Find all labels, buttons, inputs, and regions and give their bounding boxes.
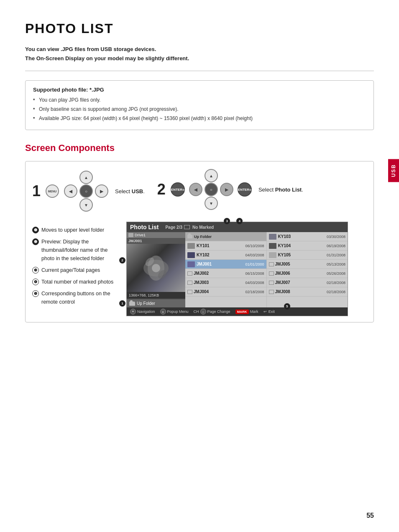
components-list: ❶ Moves to upper level folder ❷ Preview:… — [32, 226, 122, 309]
preview-image — [127, 244, 185, 292]
info-title: Supported photo file: *.JPG — [33, 87, 366, 93]
enter-btn-1[interactable]: ENTER⊙ — [171, 182, 185, 197]
table-row[interactable]: Up Folder — [185, 232, 266, 241]
component-num-4: ❹ — [32, 279, 39, 285]
table-row[interactable]: JMJ007 02/18/2008 — [267, 278, 348, 287]
table-row[interactable]: JMJ002 06/15/2008 — [185, 269, 266, 278]
mark-checkbox — [269, 290, 274, 294]
photo-list-title: Photo List — [130, 224, 159, 230]
photo-list-header: Photo List Page 2/3 No Marked 3 4 — [127, 222, 348, 232]
enter-btn-2[interactable]: ENTER⊙ — [238, 182, 252, 197]
step1-number: 1 — [32, 184, 41, 199]
callout-5: 5 — [284, 303, 290, 309]
mark-checkbox — [187, 271, 192, 276]
step2-number: 2 — [157, 182, 166, 197]
folder-icon-small — [187, 235, 192, 238]
callout-2: 2 — [119, 257, 125, 263]
step1: 1 MENU ▲ ◀ ○ ▶ ▼ — [32, 171, 145, 212]
component-num-2: ❷ — [32, 238, 39, 245]
page-title: PHOTO LIST — [25, 21, 374, 36]
info-box: Supported photo file: *.JPG You can play… — [25, 80, 374, 130]
photo-list-body: Drive1 JMJ001 2 — [127, 232, 348, 307]
table-row[interactable]: JMJ004 02/18/2008 — [185, 287, 266, 297]
mark-checkbox — [187, 281, 192, 285]
component-num-3: ❸ — [32, 267, 39, 274]
file-col-left: Up Folder KY101 06/10/2008 KY102 04/03/2… — [185, 232, 267, 307]
screen-box: 1 MENU ▲ ◀ ○ ▶ ▼ — [25, 161, 374, 322]
step1-label: Select USB. — [115, 188, 145, 194]
file-thumb — [269, 234, 276, 240]
page-info: Page 2/3 No Marked 3 4 — [165, 225, 236, 230]
table-row[interactable]: JMJ003 04/03/2008 — [185, 278, 266, 287]
mark-checkbox — [269, 271, 274, 276]
table-row[interactable]: KY104 06/19/2008 — [267, 241, 348, 251]
table-row[interactable]: KY102 04/03/2008 — [185, 251, 266, 260]
file-thumb — [187, 252, 195, 258]
info-list: You can play JPG files only. Only baseli… — [33, 96, 366, 122]
file-info: 1366×768, 125KB — [127, 292, 185, 299]
up-folder-btn-preview[interactable]: Up Folder — [127, 299, 185, 307]
svg-point-2 — [152, 264, 160, 272]
mark-btn-label: MARK — [235, 309, 249, 314]
step2: 2 ENTER⊙ ▲ ◀ ○ ▶ ▼ ENTER⊙ — [157, 169, 303, 210]
divider — [25, 71, 374, 71]
mark-checkbox — [269, 262, 274, 266]
component-item-5: ❺ Corresponding buttons on the remote co… — [32, 289, 122, 306]
table-row[interactable]: JMJ008 02/18/2008 — [267, 287, 348, 297]
page-change-key: CH ⌂ Page Change — [194, 309, 230, 315]
table-row[interactable]: KY101 06/10/2008 — [185, 241, 266, 251]
table-row[interactable]: KY105 01/31/2008 — [267, 251, 348, 260]
file-thumb — [269, 252, 276, 258]
file-thumb — [187, 243, 195, 249]
file-thumb — [187, 261, 195, 267]
ch-icon: ⌂ — [200, 309, 206, 315]
subtitle: You can view .JPG files from USB storage… — [25, 45, 374, 63]
preview-col: Drive1 JMJ001 2 — [127, 232, 185, 307]
table-row[interactable]: JMJ005 05/13/2008 — [267, 260, 348, 269]
photo-list-ui: Photo List Page 2/3 No Marked 3 4 — [126, 222, 348, 316]
usb-tab: USB — [388, 159, 399, 182]
component-item-4: ❹ Total number of marked photos — [32, 278, 122, 286]
nav-icon: ✦ — [130, 309, 136, 315]
exit-key: ↩ Exit — [263, 309, 275, 314]
folder-icon — [129, 302, 135, 306]
photo-list-footer: ✦ Navigation ⊕ Popup Menu CH ⌂ Page Chan… — [127, 307, 348, 316]
page-number: 55 — [366, 512, 374, 519]
menu-btn[interactable]: MENU — [46, 184, 59, 198]
component-num-1: ❶ — [32, 227, 39, 233]
popup-icon: ⊕ — [160, 309, 166, 315]
component-num-5: ❺ — [32, 290, 39, 297]
drive-icon — [128, 233, 133, 237]
table-row[interactable]: JMJ001 01/01/2000 — [185, 260, 266, 269]
file-name-label: JMJ001 — [127, 238, 185, 244]
file-list: Up Folder KY101 06/10/2008 KY102 04/03/2… — [185, 232, 348, 307]
component-item-1: ❶ Moves to upper level folder — [32, 226, 122, 234]
nav-key: ✦ Navigation — [130, 309, 155, 315]
callout-1: 1 — [119, 300, 125, 307]
mark-checkbox — [269, 281, 274, 285]
drive-label: Drive1 — [127, 232, 185, 238]
mark-key: MARK Mark — [235, 309, 258, 314]
file-thumb — [269, 243, 276, 249]
section-heading: Screen Components — [25, 143, 374, 153]
mark-icon — [184, 225, 190, 229]
info-item: Available JPG size: 64 pixel (width) x 6… — [33, 115, 366, 122]
popup-key: ⊕ Popup Menu — [160, 309, 189, 315]
info-item: You can play JPG files only. — [33, 96, 366, 104]
table-row[interactable]: KY103 03/30/2008 — [267, 232, 348, 241]
file-col-right: KY103 03/30/2008 KY104 06/19/2008 KY105 … — [267, 232, 348, 307]
table-row[interactable]: JMJ006 05/26/2008 — [267, 269, 348, 278]
mark-checkbox — [187, 290, 192, 294]
step2-label: Select Photo List. — [258, 187, 303, 193]
component-item-3: ❸ Current page/Total pages — [32, 266, 122, 274]
info-item: Only baseline scan is supported among JP… — [33, 105, 366, 113]
component-item-2: ❷ Preview: Display the thumbnail/folder … — [32, 238, 122, 263]
